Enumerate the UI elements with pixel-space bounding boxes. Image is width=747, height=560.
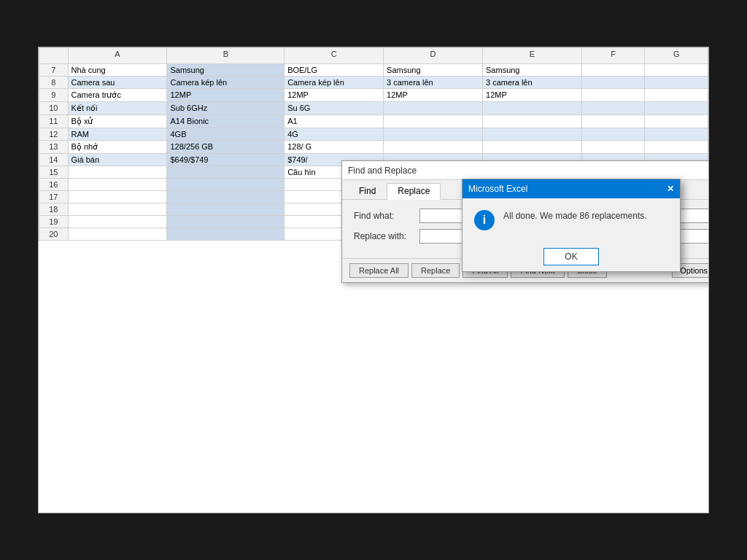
table-row[interactable]: 8Camera sauCamera kép lênCamera kép lên3… xyxy=(39,77,708,89)
row-number: 16 xyxy=(39,179,69,191)
col-header-e[interactable]: E xyxy=(483,48,582,64)
cell-f[interactable] xyxy=(581,102,645,115)
row-number: 9 xyxy=(39,89,69,102)
cell-e[interactable]: 12MP xyxy=(483,89,582,102)
cell-g[interactable] xyxy=(645,89,708,102)
cell-b[interactable]: Samsung xyxy=(167,64,285,77)
cell-c[interactable]: Su 6G xyxy=(285,102,384,115)
row-number: 11 xyxy=(39,115,69,128)
cell-d[interactable] xyxy=(384,128,483,141)
msgbox-close-button[interactable]: ✕ xyxy=(667,184,674,194)
table-row[interactable]: 13Bộ nhớ128/256 GB128/ G xyxy=(39,141,708,154)
cell-d[interactable] xyxy=(384,115,483,128)
col-header-b[interactable]: B xyxy=(167,48,285,64)
cell-b[interactable] xyxy=(167,203,285,216)
cell-e[interactable]: Samsung xyxy=(483,64,582,77)
cell-f[interactable] xyxy=(581,128,645,141)
cell-b[interactable]: A14 Bionic xyxy=(167,115,285,128)
cell-e[interactable]: 3 camera lên xyxy=(483,77,582,89)
cell-b[interactable]: Sub 6GHz xyxy=(167,102,285,115)
replace-button[interactable]: Replace xyxy=(411,263,460,278)
cell-e[interactable] xyxy=(483,141,582,154)
row-number: 17 xyxy=(39,191,69,203)
replace-all-button[interactable]: Replace All xyxy=(349,263,409,278)
cell-g[interactable] xyxy=(645,128,708,141)
table-row[interactable]: 9Camera trước12MP12MP12MP12MP xyxy=(39,89,708,102)
cell-a[interactable] xyxy=(68,179,167,191)
tab-replace[interactable]: Replace xyxy=(387,183,441,200)
cell-c[interactable]: 12MP xyxy=(285,89,384,102)
row-number: 13 xyxy=(39,141,69,154)
col-header-a[interactable]: A xyxy=(68,48,167,64)
cell-a[interactable]: Nhà cung xyxy=(68,64,167,77)
cell-c[interactable]: 4G xyxy=(285,128,384,141)
info-icon: i xyxy=(474,210,495,230)
msgbox-footer: OK xyxy=(462,242,680,271)
cell-g[interactable] xyxy=(645,77,708,89)
cell-g[interactable] xyxy=(645,115,708,128)
row-number: 8 xyxy=(39,77,69,89)
find-what-label: Find what: xyxy=(354,211,419,221)
cell-a[interactable]: Camera trước xyxy=(68,89,167,102)
cell-g[interactable] xyxy=(645,102,708,115)
col-header-g[interactable]: G xyxy=(645,48,708,64)
row-number-header xyxy=(39,48,69,64)
cell-c[interactable]: Camera kép lên xyxy=(285,77,384,89)
cell-d[interactable] xyxy=(384,102,483,115)
cell-f[interactable] xyxy=(581,64,645,77)
cell-e[interactable] xyxy=(483,102,582,115)
cell-f[interactable] xyxy=(581,115,645,128)
cell-a[interactable]: Kết nối xyxy=(68,102,167,115)
cell-g[interactable] xyxy=(645,141,708,154)
cell-e[interactable] xyxy=(483,128,582,141)
cell-e[interactable] xyxy=(483,115,582,128)
cell-b[interactable]: $649/$749 xyxy=(167,154,285,166)
dialog-titlebar: Find and Replace ? ✕ xyxy=(342,161,709,180)
cell-g[interactable] xyxy=(645,64,708,77)
cell-b[interactable] xyxy=(167,166,285,179)
tab-find[interactable]: Find xyxy=(348,183,387,199)
cell-b[interactable] xyxy=(167,191,285,203)
cell-d[interactable]: Samsung xyxy=(384,64,483,77)
cell-a[interactable]: Giá bán xyxy=(68,154,167,166)
cell-a[interactable] xyxy=(68,228,167,241)
cell-f[interactable] xyxy=(581,77,645,89)
cell-b[interactable] xyxy=(167,216,285,228)
replace-with-label: Replace with: xyxy=(354,231,419,241)
cell-c[interactable]: 128/ G xyxy=(285,141,384,154)
cell-b[interactable]: 128/256 GB xyxy=(167,141,285,154)
row-number: 7 xyxy=(39,64,69,77)
cell-a[interactable]: Camera sau xyxy=(68,77,167,89)
cell-a[interactable]: Bộ nhớ xyxy=(68,141,167,154)
cell-a[interactable] xyxy=(68,166,167,179)
cell-c[interactable]: BOE/LG xyxy=(285,64,384,77)
cell-d[interactable]: 3 camera lên xyxy=(384,77,483,89)
cell-f[interactable] xyxy=(581,141,645,154)
col-header-f[interactable]: F xyxy=(581,48,645,64)
msgbox-body: i All done. We made 86 replacements. xyxy=(462,198,680,242)
table-row[interactable]: 12RAM4GB4G xyxy=(39,128,708,141)
cell-b[interactable]: 12MP xyxy=(167,89,285,102)
msgbox-titlebar: Microsoft Excel ✕ xyxy=(462,179,680,198)
cell-a[interactable] xyxy=(68,191,167,203)
table-row[interactable]: 11Bộ xửA14 BionicA1 xyxy=(39,115,708,128)
cell-b[interactable] xyxy=(167,179,285,191)
cell-b[interactable] xyxy=(167,228,285,241)
cell-a[interactable]: Bộ xử xyxy=(68,115,167,128)
row-number: 12 xyxy=(39,128,69,141)
msgbox-title: Microsoft Excel xyxy=(468,184,527,194)
cell-a[interactable] xyxy=(68,203,167,216)
table-row[interactable]: 10Kết nốiSub 6GHzSu 6G xyxy=(39,102,708,115)
cell-f[interactable] xyxy=(581,89,645,102)
col-header-c[interactable]: C xyxy=(285,48,384,64)
cell-d[interactable]: 12MP xyxy=(384,89,483,102)
table-row[interactable]: 7Nhà cungSamsungBOE/LGSamsungSamsung xyxy=(39,64,708,77)
cell-a[interactable]: RAM xyxy=(68,128,167,141)
cell-b[interactable]: Camera kép lên xyxy=(167,77,285,89)
ok-button[interactable]: OK xyxy=(543,248,598,265)
col-header-d[interactable]: D xyxy=(384,48,483,64)
cell-d[interactable] xyxy=(384,141,483,154)
cell-b[interactable]: 4GB xyxy=(167,128,285,141)
cell-a[interactable] xyxy=(68,216,167,228)
cell-c[interactable]: A1 xyxy=(285,115,384,128)
